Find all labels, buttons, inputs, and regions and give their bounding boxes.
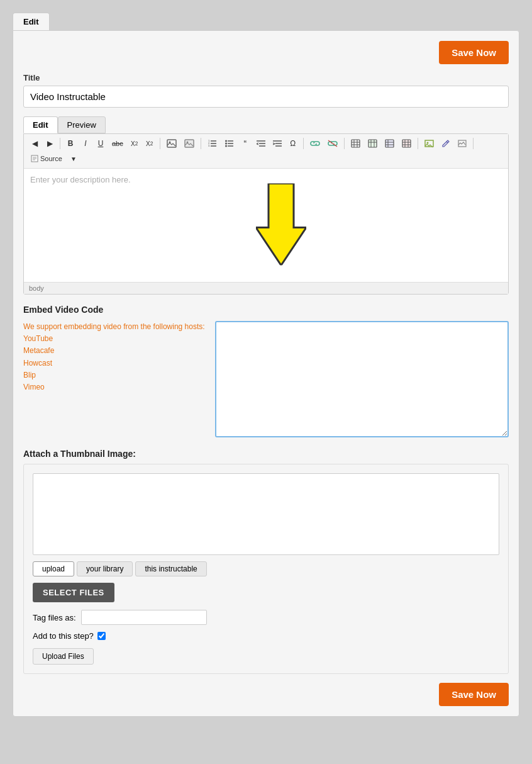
ul-button[interactable] xyxy=(221,137,237,150)
bottom-bar: Save Now xyxy=(23,683,509,706)
tag-files-input[interactable] xyxy=(81,610,207,625)
link-button[interactable] xyxy=(307,137,323,150)
bold-button[interactable]: B xyxy=(64,137,77,150)
scrollbar-button[interactable]: ▼ xyxy=(67,152,80,166)
svg-rect-28 xyxy=(369,140,377,147)
page-wrapper: Edit Save Now Title Edit Preview ◀ ▶ B I… xyxy=(6,6,526,723)
tab-edit[interactable]: Edit xyxy=(23,116,58,133)
editor-container: ◀ ▶ B I U abc X2 X2 1.2.3. xyxy=(23,133,509,295)
indent-button[interactable] xyxy=(270,137,285,150)
undo-button[interactable]: ◀ xyxy=(28,137,42,150)
editor-tabs: Edit Preview xyxy=(23,116,509,133)
tab-bar: Edit xyxy=(13,13,519,30)
upload-files-button[interactable]: Upload Files xyxy=(33,648,94,665)
embed-section: We support embedding video from the foll… xyxy=(23,321,509,437)
superscript-button[interactable]: X2 xyxy=(143,137,157,150)
title-input[interactable] xyxy=(23,86,509,108)
title-label: Title xyxy=(23,73,509,82)
add-to-step-checkbox[interactable] xyxy=(97,632,106,640)
toolbar-sep-3 xyxy=(201,138,201,149)
toolbar-sep-6 xyxy=(418,138,418,149)
image-local-button[interactable] xyxy=(163,137,180,150)
toolbar-sep-4 xyxy=(303,138,304,149)
table-col-button[interactable] xyxy=(382,137,397,150)
outdent-button[interactable] xyxy=(253,137,269,150)
table-row-button[interactable] xyxy=(365,137,380,150)
thumbnail-upload-box: upload your library this instructable SE… xyxy=(23,464,509,674)
embed-host-howcast: Howcast xyxy=(23,359,52,368)
image-url-button[interactable] xyxy=(181,137,197,150)
svg-rect-2 xyxy=(185,140,194,147)
editor-status: body xyxy=(24,282,508,294)
blockquote-button[interactable]: “ xyxy=(238,137,252,150)
main-container: Save Now Title Edit Preview ◀ ▶ B I U ab… xyxy=(13,30,519,717)
insert-image-2-button[interactable] xyxy=(421,137,437,150)
svg-text:3.: 3. xyxy=(208,144,210,147)
upload-tab-instructable[interactable]: this instructable xyxy=(135,561,206,576)
redo-button[interactable]: ▶ xyxy=(43,137,57,150)
embed-textarea[interactable] xyxy=(215,321,509,437)
strikethrough-button[interactable]: abc xyxy=(109,137,126,150)
source-button[interactable]: Source xyxy=(28,152,65,166)
toolbar-sep-2 xyxy=(160,138,160,149)
select-files-button[interactable]: SELECT FILES xyxy=(33,583,114,602)
svg-rect-32 xyxy=(385,140,394,147)
top-bar: Save Now xyxy=(23,41,509,64)
thumbnail-area xyxy=(33,473,499,555)
editor-area[interactable]: Enter your description here. xyxy=(24,169,508,282)
image-options-button[interactable] xyxy=(455,137,470,150)
ol-button[interactable]: 1.2.3. xyxy=(204,137,220,150)
tag-row: Tag files as: xyxy=(33,610,499,625)
save-now-button-top[interactable]: Save Now xyxy=(439,41,509,64)
pencil-button[interactable] xyxy=(438,137,453,150)
embed-section-label: Embed Video Code xyxy=(23,305,509,315)
thumbnail-label: Attach a Thumbnail Image: xyxy=(23,449,509,459)
svg-point-14 xyxy=(225,143,227,145)
editor-placeholder: Enter your description here. xyxy=(30,175,131,184)
upload-tab-upload[interactable]: upload xyxy=(33,561,74,576)
editor-toolbar: ◀ ▶ B I U abc X2 X2 1.2.3. xyxy=(24,134,508,169)
svg-point-42 xyxy=(426,142,428,144)
edit-tab[interactable]: Edit xyxy=(13,13,50,30)
embed-info-text: We support embedding video from the foll… xyxy=(23,322,205,331)
unlink-button[interactable] xyxy=(324,137,341,150)
save-now-button-bottom[interactable]: Save Now xyxy=(439,683,509,706)
svg-point-13 xyxy=(225,140,227,142)
svg-rect-23 xyxy=(352,140,360,147)
embed-host-youtube: YouTube xyxy=(23,334,53,343)
italic-button[interactable]: I xyxy=(79,137,92,150)
svg-line-43 xyxy=(446,142,448,143)
svg-point-15 xyxy=(225,145,227,147)
toolbar-sep-7 xyxy=(473,138,474,149)
tab-preview[interactable]: Preview xyxy=(58,116,106,133)
embed-host-metacafe: Metacafe xyxy=(23,346,54,355)
source-label: Source xyxy=(40,155,62,162)
svg-marker-49 xyxy=(256,184,306,266)
embed-host-vimeo: Vimeo xyxy=(23,383,45,391)
table-del-button[interactable] xyxy=(399,137,414,150)
svg-rect-0 xyxy=(167,140,176,147)
svg-rect-36 xyxy=(402,140,411,147)
special-chars-button[interactable]: Ω xyxy=(286,137,300,150)
embed-host-blip: Blip xyxy=(23,371,36,379)
arrow-indicator xyxy=(256,184,306,267)
tag-files-label: Tag files as: xyxy=(33,613,76,622)
toolbar-sep-5 xyxy=(344,138,345,149)
underline-button[interactable]: U xyxy=(94,137,108,150)
upload-tabs: upload your library this instructable xyxy=(33,561,499,576)
embed-info: We support embedding video from the foll… xyxy=(23,321,205,393)
add-step-row: Add to this step? xyxy=(33,631,499,641)
toolbar-sep-1 xyxy=(60,138,60,149)
subscript-button[interactable]: X2 xyxy=(128,137,141,150)
upload-tab-library[interactable]: your library xyxy=(77,561,133,576)
table-insert-button[interactable] xyxy=(348,137,363,150)
add-to-step-label: Add to this step? xyxy=(33,631,94,641)
